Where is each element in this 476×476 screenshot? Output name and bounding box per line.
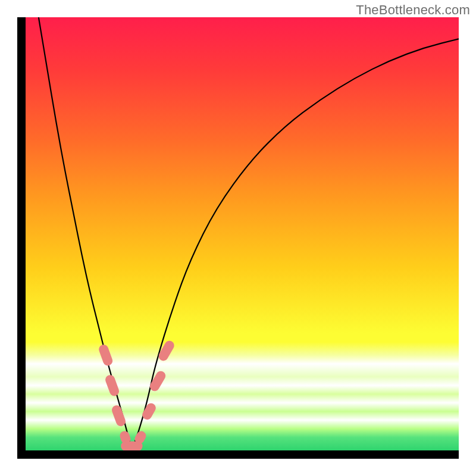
curve-marker	[140, 402, 157, 421]
curve-marker	[98, 343, 114, 367]
plot-frame	[17, 17, 459, 459]
curve-marker	[104, 374, 120, 397]
chart-canvas: TheBottleneck.com	[0, 0, 476, 476]
plot-area	[26, 17, 459, 450]
curve-marker	[111, 404, 127, 428]
watermark-text: TheBottleneck.com	[356, 2, 470, 18]
bottleneck-curve	[26, 17, 459, 450]
